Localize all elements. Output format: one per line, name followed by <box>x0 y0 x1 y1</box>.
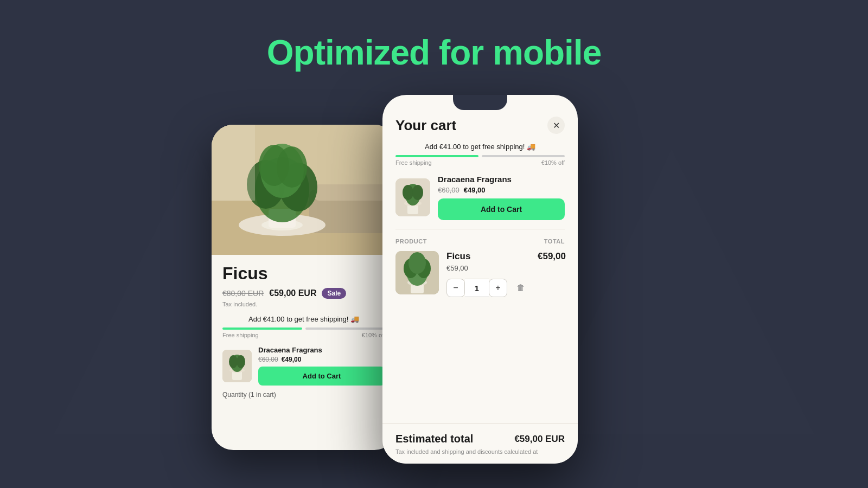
cart-item-total: €59,00 <box>538 251 566 262</box>
table-header-total: TOTAL <box>544 238 565 245</box>
progress-label-free-shipping: Free shipping <box>222 332 259 338</box>
quantity-value: 1 <box>465 279 489 297</box>
svg-point-23 <box>237 355 245 368</box>
table-header-product: PRODUCT <box>395 238 427 245</box>
add-to-cart-button-right[interactable]: Add to Cart <box>438 198 565 220</box>
cart-item-price: €59,00 <box>446 264 530 272</box>
progress-label-discount: €10% off <box>362 332 385 338</box>
close-button[interactable]: ✕ <box>547 117 565 134</box>
increase-quantity-button[interactable]: + <box>489 279 507 297</box>
upsell-price-original-right: €60,00 <box>438 186 459 194</box>
phone-notch <box>453 95 507 110</box>
progress-bar-right <box>382 155 578 157</box>
svg-point-29 <box>412 185 423 200</box>
upsell-name-right: Dracaena Fragrans <box>438 175 565 184</box>
svg-rect-7 <box>315 184 391 201</box>
cart-item-image <box>395 251 439 294</box>
svg-rect-17 <box>212 125 255 201</box>
upsell-section-right: Dracaena Fragrans €60,00 €49,00 Add to C… <box>382 175 578 220</box>
decrease-quantity-button[interactable]: − <box>446 279 465 297</box>
upsell-info-left: Dracaena Fragrans €60,00 €49,00 Add to C… <box>258 346 385 386</box>
price-row-left: €80,00 EUR €59,00 EUR Sale <box>222 288 385 299</box>
left-phone-content: Ficus €80,00 EUR €59,00 EUR Sale Tax inc… <box>212 255 396 410</box>
shipping-banner-left: Add €41.00 to get free shipping! 🚚 <box>222 315 385 323</box>
upsell-item-left: Dracaena Fragrans €60,00 €49,00 Add to C… <box>222 346 385 386</box>
estimated-total-note: Tax included and shipping and discounts … <box>395 448 565 455</box>
cart-title: Your cart <box>395 117 456 134</box>
left-phone: Ficus €80,00 EUR €59,00 EUR Sale Tax inc… <box>212 125 396 450</box>
sale-badge: Sale <box>322 288 346 299</box>
progress-label-discount-right: €10% off <box>541 159 565 166</box>
price-original-left: €80,00 EUR <box>222 289 264 298</box>
progress-labels-right: Free shipping €10% off <box>382 159 578 166</box>
cart-item-row: Ficus €59,00 − 1 + 🗑 €59,00 <box>382 251 578 297</box>
product-title-left: Ficus <box>222 264 385 284</box>
progress-filled-left <box>222 328 302 330</box>
right-phone: Your cart ✕ Add €41.00 to get free shipp… <box>382 95 578 464</box>
progress-empty-left <box>305 328 385 330</box>
upsell-price-row-left: €60,00 €49,00 <box>258 356 385 363</box>
progress-label-free-shipping-right: Free shipping <box>395 159 432 166</box>
upsell-price-original-left: €60,00 <box>258 356 278 363</box>
estimated-total-section: Estimated total €59,00 EUR Tax included … <box>382 423 578 464</box>
cart-item-details: Ficus €59,00 − 1 + 🗑 <box>446 251 530 297</box>
upsell-price-current-left: €49,00 <box>282 356 302 363</box>
estimated-total-row: Estimated total €59,00 EUR <box>395 433 565 445</box>
price-current-left: €59,00 EUR <box>269 288 316 298</box>
svg-point-28 <box>403 185 413 200</box>
quantity-controls: − 1 + 🗑 <box>446 279 530 297</box>
upsell-name-left: Dracaena Fragrans <box>258 346 385 354</box>
svg-point-22 <box>229 355 238 368</box>
svg-point-36 <box>409 252 426 274</box>
quantity-label-left: Quantity (1 in cart) <box>222 391 385 399</box>
cart-table-header: PRODUCT TOTAL <box>382 238 578 245</box>
progress-empty-right <box>482 155 565 157</box>
delete-item-button[interactable]: 🗑 <box>512 279 530 297</box>
estimated-total-label: Estimated total <box>395 433 473 445</box>
divider-right <box>395 229 565 229</box>
progress-filled-right <box>395 155 478 157</box>
upsell-info-right: Dracaena Fragrans €60,00 €49,00 Add to C… <box>438 175 565 220</box>
upsell-image-left <box>222 350 252 382</box>
cart-item-name: Ficus <box>446 251 530 262</box>
upsell-price-row-right: €60,00 €49,00 <box>438 186 565 194</box>
progress-labels-left: Free shipping €10% off <box>222 332 385 338</box>
upsell-image-right <box>395 178 430 216</box>
shipping-banner-right: Add €41.00 to get free shipping! 🚚 <box>382 143 578 151</box>
product-image-left <box>212 125 396 255</box>
tax-note-left: Tax included. <box>222 301 385 307</box>
upsell-price-current-right: €49,00 <box>464 186 486 194</box>
svg-point-16 <box>277 146 307 188</box>
page-heading: Optimized for mobile <box>0 33 868 73</box>
progress-bar-left <box>222 328 385 330</box>
add-to-cart-button-left[interactable]: Add to Cart <box>258 367 385 386</box>
estimated-total-value: €59,00 EUR <box>514 434 565 445</box>
